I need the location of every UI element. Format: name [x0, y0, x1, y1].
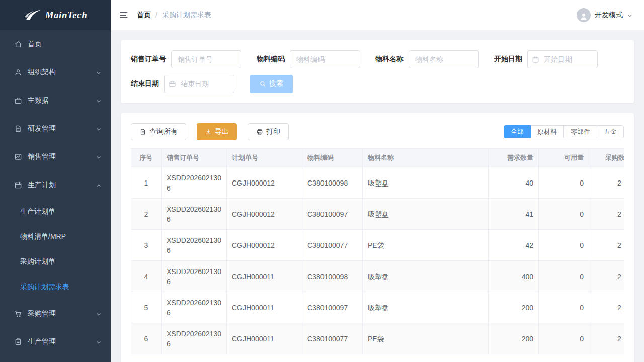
- cell-4-1: XSDD2026021306: [162, 292, 227, 323]
- filter-label-start-date: 开始日期: [494, 55, 522, 64]
- sidebar-item-label: 首页: [28, 40, 102, 49]
- table-row-4[interactable]: 5XSDD2026021306CGJH000011C380100097吸塑盘20…: [131, 292, 624, 323]
- table-row-2[interactable]: 3XSDD2026021306CGJH000012C380100077PE袋42…: [131, 230, 624, 261]
- sidebar-item-3[interactable]: 研发管理: [0, 115, 111, 143]
- home-icon: [14, 40, 22, 48]
- cell-2-1: XSDD2026021306: [162, 230, 227, 261]
- sidebar-subitem-5-0[interactable]: 生产计划单: [0, 199, 111, 224]
- column-header-4: 物料名称: [363, 149, 489, 167]
- cell-4-4: 吸塑盘: [363, 292, 489, 323]
- tab-0[interactable]: 全部: [504, 125, 531, 138]
- column-header-3: 物料编码: [302, 149, 363, 167]
- table-row-3[interactable]: 4XSDD2026021306CGJH000011C380100098吸塑盘40…: [131, 261, 624, 292]
- chevron-down-icon: [96, 98, 102, 104]
- chevron-up-icon: [96, 182, 102, 188]
- user-menu[interactable]: 开发模式: [577, 8, 633, 22]
- cell-3-0: 4: [131, 261, 162, 292]
- cell-2-6: 0: [539, 230, 589, 261]
- cell-1-3: C380100097: [302, 199, 363, 230]
- breadcrumb-separator: /: [155, 11, 157, 19]
- tab-3[interactable]: 五金: [597, 125, 624, 138]
- tab-2[interactable]: 零部件: [564, 125, 597, 138]
- cell-4-2: CGJH000011: [227, 292, 302, 323]
- cell-1-1: XSDD2026021306: [162, 199, 227, 230]
- cell-2-2: CGJH000012: [227, 230, 302, 261]
- table-row-0[interactable]: 1XSDD2026021306CGJH000012C380100098吸塑盘40…: [131, 167, 624, 199]
- document-icon: [139, 128, 146, 135]
- cell-2-3: C380100077: [302, 230, 363, 261]
- sidebar-subitem-5-1[interactable]: 物料清单/MRP: [0, 224, 111, 249]
- cell-2-5: 42: [489, 230, 539, 261]
- sidebar-item-label: 采购管理: [28, 309, 96, 318]
- logo-swoosh-icon: [24, 9, 42, 21]
- filter-item-material-code: 物料编码: [257, 50, 360, 68]
- search-icon: [259, 80, 266, 87]
- cart-icon: [14, 310, 22, 318]
- sidebar-subitem-5-3[interactable]: 采购计划需求表: [0, 275, 111, 300]
- cell-0-1: XSDD2026021306: [162, 167, 227, 199]
- filter-card: 销售订单号物料编码物料名称开始日期 结束日期 搜索: [121, 40, 634, 103]
- sidebar-item-5[interactable]: 生产计划: [0, 171, 111, 199]
- cell-1-0: 2: [131, 199, 162, 230]
- sidebar-item-label: 生产计划: [28, 180, 96, 190]
- document-icon: [14, 125, 22, 133]
- sidebar-subitem-5-2[interactable]: 采购计划单: [0, 249, 111, 275]
- cell-0-5: 40: [489, 167, 539, 199]
- sidebar-item-2[interactable]: 主数据: [0, 86, 111, 115]
- start-date-input[interactable]: [527, 50, 598, 68]
- cell-3-4: 吸塑盘: [363, 261, 489, 292]
- column-header-5: 需求数量: [489, 149, 539, 167]
- table-card: 查询所有 导出 打印 全部原材料零部件五金 序号销售订单号计划单号物料编: [121, 113, 634, 362]
- sidebar-item-4[interactable]: 销售管理: [0, 143, 111, 171]
- tab-1[interactable]: 原材料: [530, 125, 564, 138]
- hamburger-icon[interactable]: [119, 10, 129, 20]
- sidebar-item-label: 组织架构: [28, 68, 96, 77]
- cell-1-5: 41: [489, 199, 539, 230]
- material-code-input[interactable]: [290, 50, 360, 68]
- chevron-down-icon: [96, 339, 102, 345]
- sidebar-item-0[interactable]: 首页: [0, 30, 111, 58]
- chevron-down-icon: [96, 154, 102, 160]
- chevron-down-icon: [96, 126, 102, 132]
- table-row-5[interactable]: 6XSDD2026021306CGJH000011C380100077PE袋20…: [131, 323, 624, 354]
- category-tabs: 全部原材料零部件五金: [504, 125, 624, 138]
- table-toolbar: 查询所有 导出 打印 全部原材料零部件五金: [131, 123, 624, 140]
- sidebar: MainTech 首页组织架构主数据研发管理销售管理生产计划生产计划单物料清单/…: [0, 0, 111, 362]
- breadcrumb-current: 采购计划需求表: [162, 11, 211, 20]
- cell-3-1: XSDD2026021306: [162, 261, 227, 292]
- sidebar-item-1[interactable]: 组织架构: [0, 58, 111, 86]
- cell-1-6: 0: [539, 199, 589, 230]
- chevron-down-icon: [627, 12, 633, 18]
- cell-1-7: 2: [589, 199, 624, 230]
- download-icon: [205, 128, 212, 135]
- query-all-button[interactable]: 查询所有: [131, 123, 186, 140]
- sidebar-item-6[interactable]: 采购管理: [0, 300, 111, 328]
- print-label: 打印: [266, 127, 280, 136]
- filter-item-sales-order: 销售订单号: [131, 50, 242, 68]
- column-header-1: 销售订单号: [162, 149, 227, 167]
- cell-5-0: 6: [131, 323, 162, 354]
- sales-order-input[interactable]: [171, 50, 242, 68]
- user-mode-label: 开发模式: [595, 11, 623, 20]
- filter-label-material-name: 物料名称: [375, 55, 404, 64]
- table-header-row: 序号销售订单号计划单号物料编码物料名称需求数量可用量采购数量: [131, 149, 624, 167]
- column-header-7: 采购数量: [589, 149, 624, 167]
- table-row-1[interactable]: 2XSDD2026021306CGJH000012C380100097吸塑盘41…: [131, 199, 624, 230]
- cell-3-5: 400: [489, 261, 539, 292]
- cell-3-7: 2: [589, 261, 624, 292]
- filter-item-material-name: 物料名称: [375, 50, 479, 68]
- print-button[interactable]: 打印: [248, 123, 289, 140]
- sidebar-menu: 首页组织架构主数据研发管理销售管理生产计划生产计划单物料清单/MRP采购计划单采…: [0, 30, 111, 356]
- sidebar-item-7[interactable]: 生产管理: [0, 328, 111, 356]
- filter-row-2: 结束日期 搜索: [131, 75, 624, 93]
- cell-5-5: 200: [489, 323, 539, 354]
- cell-5-4: PE袋: [363, 323, 489, 354]
- cell-4-7: 2: [589, 292, 624, 323]
- end-date-input[interactable]: [164, 75, 234, 93]
- search-button[interactable]: 搜索: [250, 75, 293, 93]
- material-name-input[interactable]: [409, 50, 479, 68]
- breadcrumb-home[interactable]: 首页: [137, 11, 151, 20]
- calendar-icon: [14, 181, 22, 189]
- cell-2-4: PE袋: [363, 230, 489, 261]
- export-button[interactable]: 导出: [197, 123, 237, 140]
